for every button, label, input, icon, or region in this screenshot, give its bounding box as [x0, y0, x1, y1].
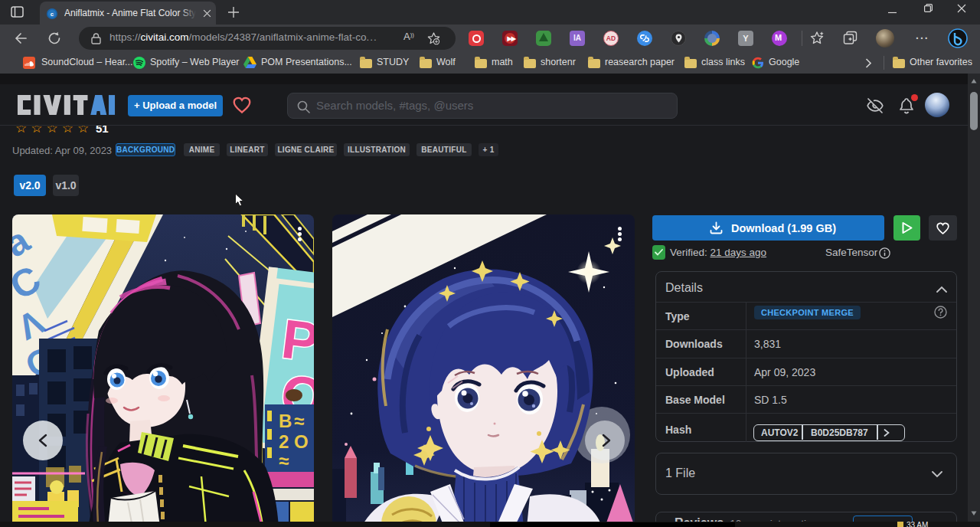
svg-text:2: 2 — [279, 431, 289, 452]
svg-text:B: B — [279, 411, 292, 431]
svg-text:≈: ≈ — [294, 411, 304, 431]
svg-text:O: O — [294, 431, 309, 452]
svg-text:≈: ≈ — [279, 450, 289, 471]
svg-text:c: c — [51, 11, 54, 18]
